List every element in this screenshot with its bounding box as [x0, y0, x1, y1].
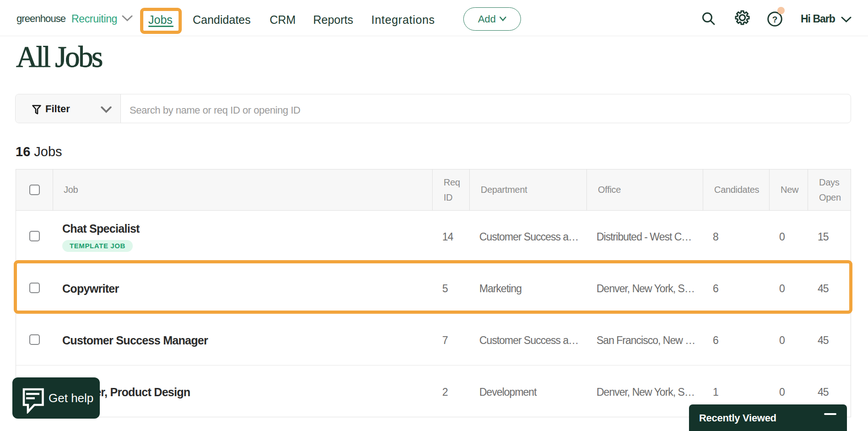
svg-text:?: ?: [772, 15, 778, 24]
